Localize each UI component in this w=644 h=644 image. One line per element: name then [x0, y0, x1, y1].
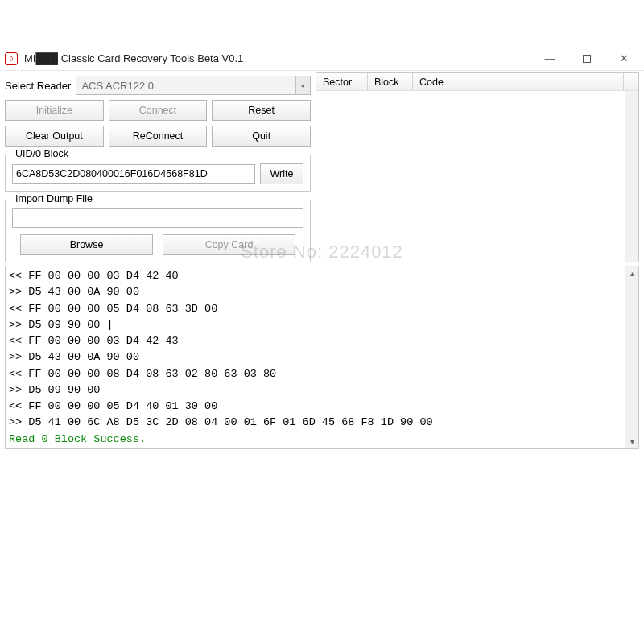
- col-end: [624, 73, 638, 90]
- initialize-button[interactable]: Initialize: [5, 100, 104, 121]
- reader-select[interactable]: ACS ACR122 0 ▾: [76, 76, 311, 95]
- clear-output-button[interactable]: Clear Output: [5, 126, 104, 147]
- window-title: MI███ Classic Card Recovery Tools Beta V…: [24, 52, 531, 64]
- titlebar: ◊ MI███ Classic Card Recovery Tools Beta…: [0, 47, 644, 71]
- uid-legend: UID/0 Block: [12, 148, 72, 159]
- uid-input[interactable]: [12, 164, 255, 184]
- dump-legend: Import Dump File: [12, 193, 96, 204]
- browse-button[interactable]: Browse: [20, 234, 153, 255]
- col-sector[interactable]: Sector: [316, 73, 368, 90]
- dump-path-input[interactable]: [12, 208, 303, 228]
- data-table: Sector Block Code: [316, 72, 639, 262]
- status-line: Read 0 Block Success.: [9, 433, 146, 445]
- uid-groupbox: UID/0 Block Write: [5, 155, 311, 192]
- write-button[interactable]: Write: [260, 163, 303, 184]
- col-code[interactable]: Code: [413, 73, 624, 90]
- table-body: [316, 91, 638, 262]
- copy-card-button[interactable]: Copy Card: [163, 234, 295, 255]
- reader-label: Select Reader: [5, 80, 71, 92]
- controls-panel: Select Reader ACS ACR122 0 ▾ Initialize …: [5, 72, 311, 262]
- close-button[interactable]: ✕: [605, 47, 642, 71]
- chevron-down-icon: ▾: [295, 76, 310, 94]
- table-scrollbar[interactable]: [625, 91, 638, 262]
- window-controls: — ✕: [531, 47, 642, 71]
- quit-button[interactable]: Quit: [212, 126, 311, 147]
- scroll-up-icon[interactable]: ▴: [625, 266, 638, 280]
- maximize-button[interactable]: [568, 47, 605, 71]
- minimize-button[interactable]: —: [531, 47, 568, 71]
- scroll-down-icon[interactable]: ▾: [625, 435, 638, 448]
- connect-button[interactable]: Connect: [109, 100, 208, 121]
- dump-groupbox: Import Dump File Browse Copy Card: [5, 200, 311, 262]
- reset-button[interactable]: Reset: [212, 100, 311, 121]
- output-scrollbar[interactable]: ▴ ▾: [625, 266, 638, 448]
- app-icon: ◊: [5, 52, 18, 65]
- app-window: ◊ MI███ Classic Card Recovery Tools Beta…: [0, 47, 644, 454]
- output-log[interactable]: << FF 00 00 00 03 D4 42 40 >> D5 43 00 0…: [5, 266, 639, 449]
- col-block[interactable]: Block: [368, 73, 413, 90]
- reader-selected-value: ACS ACR122 0: [81, 80, 154, 92]
- reconnect-button[interactable]: ReConnect: [109, 126, 208, 147]
